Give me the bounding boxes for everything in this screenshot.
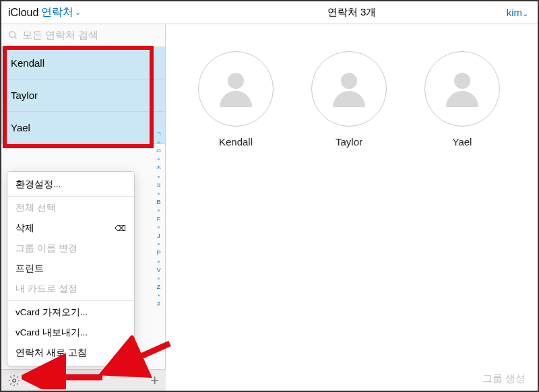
menu-delete[interactable]: 삭제⌫ — [7, 218, 134, 238]
search-placeholder: 모든 연락처 검색 — [22, 29, 98, 42]
index-letter[interactable]: ㅍ — [156, 180, 162, 191]
chevron-down-icon: ⌄ — [75, 8, 81, 17]
index-letter[interactable]: P — [156, 247, 160, 258]
menu-preferences[interactable]: 환경설정... — [7, 174, 134, 195]
avatar-placeholder — [311, 51, 387, 127]
contact-count: 연락처 3개 — [327, 6, 377, 19]
search-input[interactable]: 모든 연락처 검색 — [1, 24, 165, 47]
contact-card[interactable]: Taylor — [311, 51, 387, 148]
menu-separator — [7, 196, 134, 197]
index-dot — [158, 294, 160, 296]
index-dot — [158, 193, 160, 195]
contact-card[interactable]: Yael — [424, 51, 500, 148]
user-name: kim — [507, 7, 522, 18]
index-dot — [158, 277, 160, 280]
svg-line-1 — [14, 36, 16, 38]
index-dot — [158, 141, 160, 143]
icloud-label: iCloud — [8, 7, 38, 19]
index-letter[interactable]: # — [157, 298, 160, 309]
alpha-index-rail[interactable]: ㄱ ㅁ ㅈ ㅍ B F J P V Z # — [156, 129, 162, 309]
menu-vcard-export[interactable]: vCard 내보내기... — [7, 323, 134, 343]
user-dropdown[interactable]: kim⌄ — [507, 7, 528, 18]
index-dot — [158, 158, 160, 160]
index-letter[interactable]: ㅁ — [156, 145, 162, 156]
index-letter[interactable]: ㅈ — [156, 162, 162, 173]
index-letter[interactable]: B — [156, 197, 160, 207]
index-letter[interactable]: Z — [157, 282, 161, 292]
index-letter[interactable]: J — [157, 230, 160, 241]
menu-separator — [7, 300, 134, 301]
avatar-placeholder — [198, 51, 274, 127]
add-button[interactable]: + — [150, 372, 159, 389]
contact-row[interactable]: Taylor — [1, 79, 165, 112]
contact-name: Taylor — [11, 90, 38, 101]
svg-point-0 — [9, 32, 15, 38]
chevron-down-icon: ⌄ — [522, 9, 528, 18]
gear-icon[interactable] — [8, 374, 20, 387]
gear-menu-popup: 환경설정... 전체 선택 삭제⌫ 그룹 이름 변경 프린트 내 카드로 설정 … — [7, 171, 135, 366]
menu-vcard-import[interactable]: vCard 가져오기... — [7, 302, 134, 323]
group-create-button[interactable]: 그룹 생성 — [482, 372, 526, 385]
index-letter[interactable]: F — [157, 214, 161, 224]
index-dot — [158, 243, 160, 245]
contact-name: Kendall — [11, 57, 44, 69]
index-dot — [158, 209, 160, 211]
menu-set-my-card: 내 카드로 설정 — [7, 279, 134, 299]
card-name: Taylor — [336, 136, 362, 148]
index-letter[interactable]: V — [156, 265, 160, 275]
index-dot — [158, 176, 160, 178]
svg-point-3 — [228, 73, 244, 89]
index-letter[interactable]: ㄱ — [156, 129, 162, 139]
contacts-label: 연락처 — [41, 5, 73, 20]
app-title-dropdown[interactable]: iCloud 연락처 ⌄ — [1, 1, 166, 24]
menu-print[interactable]: 프린트 — [7, 259, 134, 279]
svg-point-2 — [13, 379, 16, 382]
index-dot — [158, 261, 160, 263]
index-dot — [158, 226, 160, 228]
backspace-icon: ⌫ — [115, 224, 126, 233]
svg-point-5 — [454, 73, 470, 89]
contact-row[interactable]: Kendall — [1, 47, 165, 79]
contact-name: Yael — [11, 122, 30, 133]
menu-rename-group: 그룹 이름 변경 — [7, 238, 134, 259]
search-icon — [8, 30, 18, 40]
avatar-placeholder — [424, 51, 500, 127]
card-name: Yael — [453, 136, 472, 148]
card-name: Kendall — [219, 136, 253, 148]
svg-point-4 — [341, 73, 357, 89]
menu-refresh[interactable]: 연락처 새로 고침 — [7, 343, 134, 363]
menu-select-all: 전체 선택 — [7, 198, 134, 218]
contact-card[interactable]: Kendall — [198, 51, 274, 148]
contact-row[interactable]: Yael — [1, 112, 165, 144]
